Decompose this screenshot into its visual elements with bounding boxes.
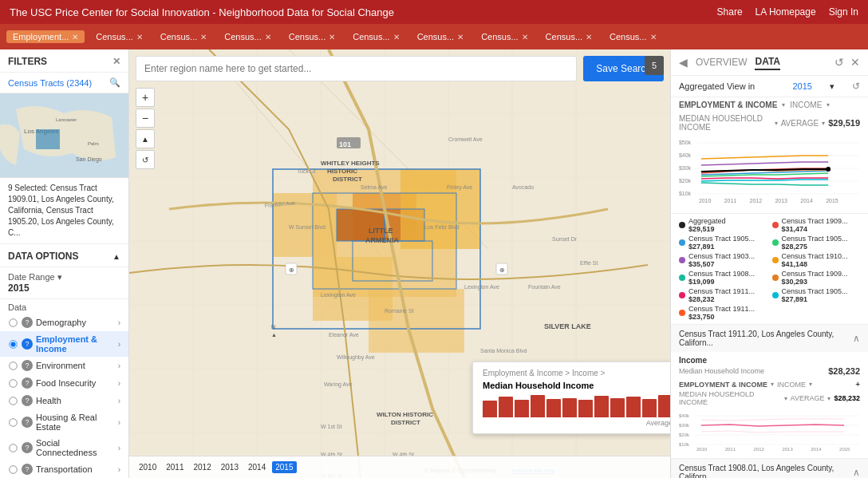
filter-tab-7[interactable]: Census... ✕ [475, 30, 534, 43]
svg-text:ARMENIA: ARMENIA [365, 236, 399, 244]
environment-radio[interactable] [9, 361, 17, 369]
tab-overview[interactable]: OVERVIEW [696, 55, 747, 69]
employment-chevron[interactable]: ▾ [782, 101, 785, 109]
sidebar-item-demography[interactable]: ? Demography › [0, 314, 128, 331]
zoom-in-button[interactable]: + [136, 88, 155, 107]
filter-tab-close-6[interactable]: ✕ [457, 33, 464, 41]
reload-icon[interactable]: ↺ [852, 81, 860, 92]
svg-text:2012: 2012 [750, 198, 763, 203]
sidebar-item-environment[interactable]: ? Environment › [0, 357, 128, 374]
data-options-chevron[interactable]: ▲ [112, 252, 120, 261]
filter-tab-0[interactable]: Employment... ✕ [6, 30, 85, 43]
filter-tab-close-3[interactable]: ✕ [265, 33, 271, 41]
left-sidebar: FILTERS ✕ Census Tracts (2344) 🔍 Los Ang… [0, 49, 129, 478]
svg-text:Lexington Ave: Lexington Ave [321, 292, 356, 298]
filter-tab-6[interactable]: Census... ✕ [411, 30, 470, 43]
year-dropdown-icon[interactable]: ▾ [830, 81, 834, 92]
timeline-year-2010[interactable]: 2010 [136, 461, 160, 473]
sidebar-item-food-insecurity[interactable]: ? Food Insecurity › [0, 374, 128, 392]
social-help-icon[interactable]: ? [22, 442, 33, 453]
timeline-year-2011[interactable]: 2011 [163, 461, 187, 473]
date-range-label[interactable]: Date Range ▾ [8, 272, 120, 282]
employment-radio[interactable] [9, 340, 17, 348]
tract-add-icon-1911[interactable]: + [855, 380, 860, 389]
timeline-year-2013[interactable]: 2013 [218, 461, 242, 473]
multi-line-chart: $50k $40k $30k $20k $10k 2010 2011 2012 … [671, 135, 868, 214]
housing-help-icon[interactable]: ? [22, 417, 33, 428]
search-input[interactable] [144, 63, 568, 74]
median-household-income-link[interactable]: MEDIAN HOUSEHOLD INCOME [679, 114, 771, 132]
filter-tab-close-1[interactable]: ✕ [136, 33, 143, 41]
year-selector[interactable]: 2015 [792, 81, 811, 91]
health-radio[interactable] [9, 397, 17, 405]
demography-radio[interactable] [9, 318, 17, 326]
filter-tab-close-5[interactable]: ✕ [393, 33, 400, 41]
sidebar-item-housing[interactable]: ? Housing & Real Estate › [0, 409, 128, 435]
demography-help-icon[interactable]: ? [22, 317, 33, 328]
timeline-year-2015[interactable]: 2015 [272, 461, 296, 473]
la-homepage-link[interactable]: LA Homepage [756, 6, 816, 18]
refresh-button[interactable]: ↺ [136, 150, 155, 169]
filter-tab-8[interactable]: Census... ✕ [539, 30, 598, 43]
sidebar-item-employment-income[interactable]: ? Employment & Income › [0, 331, 128, 357]
search-input-container[interactable] [136, 56, 577, 81]
locate-button[interactable]: ▲ [136, 129, 155, 148]
employment-help-icon[interactable]: ? [22, 338, 33, 350]
panel-close-icon[interactable]: ✕ [850, 56, 860, 69]
filter-tab-3[interactable]: Census... ✕ [218, 30, 277, 43]
health-help-icon[interactable]: ? [22, 395, 33, 406]
filter-tab-close-2[interactable]: ✕ [200, 33, 207, 41]
tab-data[interactable]: DATA [755, 54, 780, 70]
census-tracts-link[interactable]: Census Tracts (2344) [8, 78, 92, 88]
avg-chevron[interactable]: ▾ [822, 120, 825, 127]
environment-help-icon[interactable]: ? [22, 360, 33, 371]
panel-refresh-icon[interactable]: ↺ [834, 56, 844, 69]
filter-tab-close-0[interactable]: ✕ [72, 33, 78, 41]
tract-expand-icon-1911[interactable]: ∧ [853, 333, 860, 344]
tract-header-1908[interactable]: Census Tract 1908.01, Los Angeles County… [671, 459, 868, 478]
filter-tab-close-8[interactable]: ✕ [586, 33, 592, 41]
filter-tab-2[interactable]: Census... ✕ [154, 30, 213, 43]
zoom-out-button[interactable]: − [136, 109, 155, 128]
sign-in-link[interactable]: Sign In [829, 6, 858, 18]
social-radio[interactable] [9, 444, 17, 452]
sidebar-item-health[interactable]: ? Health › [0, 392, 128, 409]
filter-tab-close-7[interactable]: ✕ [522, 33, 528, 41]
filters-close-icon[interactable]: ✕ [112, 56, 120, 67]
timeline-year-2014[interactable]: 2014 [245, 461, 269, 473]
filter-tab-1[interactable]: Census... ✕ [89, 30, 148, 43]
housing-radio[interactable] [9, 418, 17, 426]
food-help-icon[interactable]: ? [22, 377, 33, 389]
median-chevron[interactable]: ▾ [775, 120, 778, 127]
panel-nav-arrow[interactable]: ◀ [679, 56, 688, 69]
income-chevron[interactable]: ▾ [827, 101, 830, 109]
tract-name-1908: Census Tract 1908.01, Los Angeles County… [679, 464, 853, 478]
filter-tab-5[interactable]: Census... ✕ [346, 30, 405, 43]
transportation-arrow: › [118, 465, 120, 474]
sidebar-item-transportation[interactable]: ? Transportation › [0, 460, 128, 478]
income-link[interactable]: INCOME [790, 101, 822, 109]
food-radio[interactable] [9, 379, 17, 387]
filter-tab-9[interactable]: Census... ✕ [603, 30, 662, 43]
filter-tab-close-9[interactable]: ✕ [650, 33, 657, 41]
map-area[interactable]: 101 ⊕ ⊕ WHITLEY HEIGHTS HISTORIC DISTRIC… [129, 49, 670, 478]
tract-emp-link-1911[interactable]: EMPLOYMENT & INCOME [679, 381, 767, 389]
employment-income-link[interactable]: EMPLOYMENT & INCOME [679, 101, 777, 109]
transportation-label: Transportation [36, 464, 115, 474]
transportation-radio[interactable] [9, 465, 17, 473]
sidebar-item-social[interactable]: ? Social Connectedness › [0, 435, 128, 460]
census-tracts-search-icon[interactable]: 🔍 [109, 77, 120, 88]
tract-avg-label-1911[interactable]: AVERAGE [791, 394, 825, 402]
transportation-help-icon[interactable]: ? [22, 464, 33, 475]
tract-header-1911[interactable]: Census Tract 1911.20, Los Angeles County… [671, 325, 868, 352]
svg-text:Tuck St: Tuck St [297, 168, 316, 174]
share-link[interactable]: Share [717, 6, 743, 18]
average-link[interactable]: AVERAGE [781, 119, 819, 128]
tract-income-link-1911[interactable]: INCOME [777, 381, 806, 389]
filter-tab-4[interactable]: Census... ✕ [282, 30, 341, 43]
tract-expand-icon-1908[interactable]: ∧ [853, 467, 860, 478]
tract-median-label-1911[interactable]: MEDIAN HOUSEHOLD INCOME [679, 390, 781, 406]
filter-tab-close-4[interactable]: ✕ [329, 33, 335, 41]
legend-item-aggregated: Aggregated $29,519 [679, 217, 767, 233]
timeline-year-2012[interactable]: 2012 [191, 461, 215, 473]
